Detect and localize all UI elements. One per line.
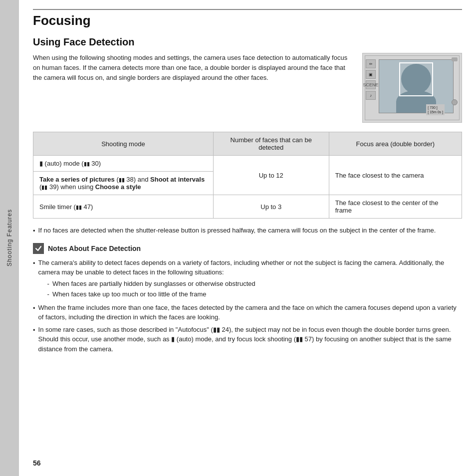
notes-item-2: • When the frame includes more than one … xyxy=(33,303,462,322)
notes-title: Notes About Face Detection xyxy=(48,244,141,252)
main-content: Focusing Using Face Detection When using… xyxy=(19,0,476,476)
table-cell-mode-2: Take a series of pictures (▮▮ 38) and Sh… xyxy=(33,172,214,195)
sub-bullet-text: When faces are partially hidden by sungl… xyxy=(52,279,255,289)
bullet-dot: • xyxy=(33,258,35,300)
sub-bullet-text: When faces take up too much or too littl… xyxy=(52,289,207,299)
table-cell-mode: ▮ (auto) mode (▮▮ 30) xyxy=(33,156,214,172)
bullet-dot: • xyxy=(33,325,35,354)
table-row: Smile timer (▮▮ 47) Up to 3 The face clo… xyxy=(33,195,462,219)
table-header-num-faces: Number of faces that can be detected xyxy=(213,132,329,156)
intro-text: When using the following shooting modes … xyxy=(33,53,352,123)
section-title: Using Face Detection xyxy=(33,36,462,48)
sub-bullets-1: - When faces are partially hidden by sun… xyxy=(47,279,462,299)
notes-item-3: • In some rare cases, such as those desc… xyxy=(33,325,462,354)
notes-box: Notes About Face Detection • The camera'… xyxy=(33,243,462,354)
bullet-item: • If no faces are detected when the shut… xyxy=(33,226,462,236)
page-number: 56 xyxy=(33,459,41,467)
intro-block: When using the following shooting modes … xyxy=(33,53,462,123)
sub-bullet-item: - When faces are partially hidden by sun… xyxy=(47,279,462,289)
table-cell-mode-3: Smile timer (▮▮ 47) xyxy=(33,195,214,219)
table-cell-num-faces-1: Up to 12 xyxy=(213,156,329,195)
camera-status: [ 730 ][ 15m 0s ] xyxy=(426,104,445,115)
checkmark-icon xyxy=(33,243,44,254)
sidebar-label: Shooting Features xyxy=(6,209,13,266)
sub-bullet-item: - When faces take up too much or too lit… xyxy=(47,289,462,299)
table-cell-focus-1: The face closest to the camera xyxy=(329,156,462,195)
camera-icon: ▮ xyxy=(39,160,43,167)
notes-item-1: • The camera's ability to detect faces d… xyxy=(33,258,462,300)
bullet-text: If no faces are detected when the shutte… xyxy=(38,226,436,236)
camera-image: ✏ ▣ SCENE ♪ [ 730 ][ 15m 0s ] xyxy=(362,53,462,123)
table-header-focus: Focus area (double border) xyxy=(329,132,462,156)
table-cell-focus-2: The face closest to the center of the fr… xyxy=(329,195,462,219)
camera-icons: ✏ ▣ SCENE ♪ xyxy=(366,59,376,100)
notes-item-3-text: In some rare cases, such as those descri… xyxy=(38,325,462,354)
bullet-dot: • xyxy=(33,226,35,236)
sidebar: Shooting Features xyxy=(0,0,19,476)
table-header-mode: Shooting mode xyxy=(33,132,214,156)
page-title: Focusing xyxy=(33,13,462,28)
notes-item-1-text: The camera's ability to detect faces dep… xyxy=(38,259,445,276)
notes-item-2-text: When the frame includes more than one fa… xyxy=(38,303,462,322)
table-row: ▮ (auto) mode (▮▮ 30) Up to 12 The face … xyxy=(33,156,462,172)
table-cell-num-faces-2: Up to 3 xyxy=(213,195,329,219)
bullet-section: • If no faces are detected when the shut… xyxy=(33,226,462,236)
detection-table: Shooting mode Number of faces that can b… xyxy=(33,132,462,219)
notes-header: Notes About Face Detection xyxy=(33,243,462,254)
bullet-dot: • xyxy=(33,303,35,322)
top-rule xyxy=(33,9,462,10)
